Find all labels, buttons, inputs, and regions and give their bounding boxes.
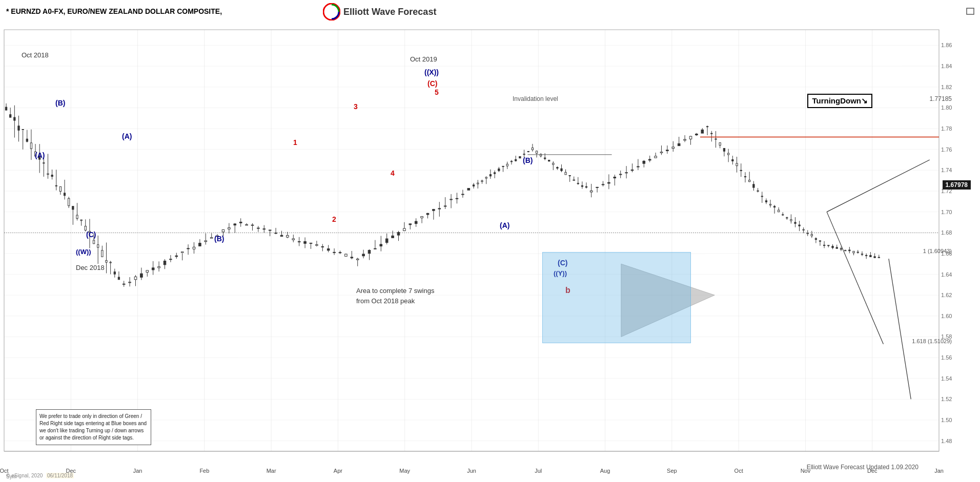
disclaimer-box: We prefer to trade only in direction of … <box>36 409 151 445</box>
current-price-badge: 1.67978 <box>943 180 971 190</box>
logo-text: Elliott Wave Forecast <box>343 7 436 17</box>
logo-icon <box>323 3 340 20</box>
chart-container: * EURNZD A0-FX, EURO/NEW ZEALAND DOLLAR … <box>0 0 980 482</box>
svg-point-0 <box>323 4 340 20</box>
blue-target-box <box>542 252 691 343</box>
logo-container: Elliott Wave Forecast <box>323 3 436 20</box>
turning-down-box: TurningDown↘ <box>807 94 872 108</box>
